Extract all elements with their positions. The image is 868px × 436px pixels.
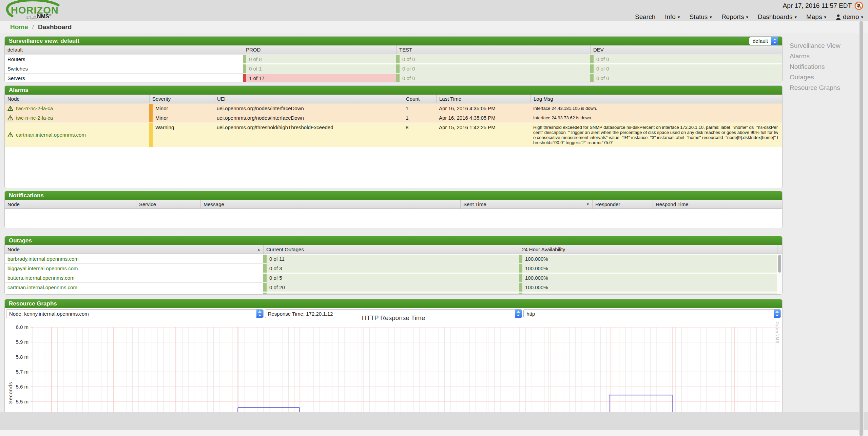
svg-text:5.9 m: 5.9 m [16,339,28,345]
logo-subtitle: openNMS® [26,14,51,20]
outages-column-header[interactable]: Node ▲ [5,245,263,254]
sidebar-link[interactable]: Surveillance View [790,42,857,49]
alarms-column-header[interactable]: Log Msg [531,95,782,103]
surveillance-cell-dev[interactable]: 0 of 0 [590,64,782,73]
outage-availability-cell: 100.000% [519,293,777,295]
nav-item[interactable]: Dashboards ▾ [758,13,797,21]
page-scrollbar-thumb[interactable] [860,21,863,436]
caret-down-icon: ▾ [824,15,826,19]
outage-current-cell: 0 of 3 [263,264,519,273]
sidebar-link[interactable]: Notifications [790,63,857,71]
notifications-column-header[interactable]: Sent Time ▼ [460,200,592,209]
sidebar-link[interactable]: Outages [790,74,857,81]
surveillance-column-header[interactable]: default [5,45,243,54]
warning-triangle-icon [7,115,13,120]
surveillance-column-header[interactable]: TEST [396,45,590,54]
alarms-column-header[interactable]: Count [403,95,436,103]
nav-item[interactable]: demo ▾ [836,13,863,21]
alarm-last-time: Apr 15, 2016 1:42:25 PM [436,123,531,147]
surveillance-cell-test[interactable]: 0 of 0 [396,55,590,63]
nav-item[interactable]: Reports ▾ [721,13,748,21]
surveillance-cell-test[interactable]: 0 of 0 [396,64,590,73]
outages-table-header: Node ▲ Current Outages 24 Hour Availabil… [5,245,782,254]
outage-node-link[interactable]: butters.internal.opennms.com [7,275,75,281]
user-icon [836,14,841,20]
notices-off-icon[interactable] [854,1,863,10]
chart-y-axis-label: Seconds [7,382,13,404]
surveillance-view-select[interactable]: default [749,37,778,45]
alarms-column-header[interactable]: UEI [214,95,403,103]
surveillance-column-header[interactable]: PROD [243,45,396,54]
surveillance-column-header[interactable]: DEV [590,45,782,54]
outage-node-link[interactable]: cartman.internal.opennms.com [7,284,77,290]
alarms-panel: Alarms Node Severity UEI Count Last Time… [4,85,783,188]
notifications-column-header[interactable]: Respond Time [653,200,782,209]
notifications-column-header[interactable]: Service [136,200,200,209]
opennms-horizon-logo[interactable]: HORIZON openNMS® [6,1,71,20]
sidebar-link[interactable]: Alarms [790,53,857,60]
svg-text:5.8 m: 5.8 m [16,354,28,360]
alarms-column-header[interactable]: Node [5,95,149,103]
outage-availability-cell: 100.000% [519,283,777,292]
outage-availability-cell: 100.000% [519,255,777,263]
surveillance-cell-dev[interactable]: 0 of 0 [590,55,782,63]
alarm-row[interactable]: twc-rr-nc-2-la-ca Minor uei.opennms.org/… [5,113,782,122]
breadcrumb: Home / Dashboard [0,21,868,33]
alarm-node-link[interactable]: twc-rr-nc-2-la-ca [16,115,53,121]
alarm-node-link[interactable]: cartman.internal.opennms.com [16,132,86,138]
surveillance-cell-dev[interactable]: 0 of 0 [590,74,782,82]
nav-item[interactable]: Maps ▾ [806,13,826,21]
nav-item-label: Search [635,13,655,21]
page-scrollbar[interactable] [859,21,864,436]
svg-text:5.6 m: 5.6 m [16,384,28,390]
outages-column-header[interactable]: Current Outages [263,245,519,254]
notifications-column-header[interactable]: Responder [592,200,653,209]
alarms-column-header[interactable]: Severity [149,95,214,103]
surveillance-cell-prod[interactable]: 0 of 8 [243,55,396,63]
surveillance-cell-test[interactable]: 0 of 0 [396,74,590,82]
alarms-column-header[interactable]: Last Time [436,95,531,103]
surveillance-cell-prod[interactable]: 1 of 17 [243,74,396,82]
alarm-row[interactable]: twc-rr-nc-2-la-ca Minor uei.opennms.org/… [5,103,782,113]
chart-title: HTTP Response Time [5,314,782,322]
alarms-panel-title: Alarms [9,86,28,95]
alarm-count: 1 [403,104,436,113]
breadcrumb-separator: / [32,23,34,31]
alarm-count: 1 [403,113,436,122]
outage-row: biggayal.internal.opennms.com 0 of 3 100… [5,263,782,273]
sort-desc-icon: ▼ [586,202,590,206]
outages-scrollbar[interactable] [777,254,782,294]
surveillance-cell-prod[interactable]: 0 of 1 [243,64,396,73]
outage-current-cell: 0 of 11 [263,255,519,263]
nav-item-label: Maps [806,13,822,21]
page-footer: OpenNMS Copyright © 2002-2016 The OpenNM… [0,412,868,430]
outage-node-link[interactable]: barbrady.internal.opennms.com [7,256,79,262]
nav-item-label: demo [843,13,859,21]
breadcrumb-home-link[interactable]: Home [10,23,28,31]
notifications-panel-header: Notifications [5,191,782,200]
alarm-node-link[interactable]: twc-rr-nc-2-la-ca [16,105,53,111]
outages-column-header[interactable]: 24 Hour Availability [519,245,777,254]
caret-down-icon: ▾ [794,15,797,19]
notifications-empty-body [5,209,782,228]
alarm-severity: Warning [149,123,214,147]
alarm-uei: uei.opennms.org/nodes/interfaceDown [214,113,403,122]
surveillance-panel-header: Surveillance view: default default [5,37,782,45]
nav-item[interactable]: Status ▾ [689,13,712,21]
outages-scrollbar-thumb[interactable] [778,255,781,273]
alarm-severity: Minor [149,104,214,113]
http-response-time-chart: HTTP Response Time Seconds OpenNMS 6.0 m… [5,319,782,414]
outage-node-link[interactable]: connect.opennms.com [7,294,59,295]
notifications-column-header[interactable]: Node [5,200,136,209]
alarm-row[interactable]: cartman.internal.opennms.com Warning uei… [5,122,782,147]
alarms-panel-header: Alarms [5,86,782,95]
notifications-column-header[interactable]: Message [200,200,460,209]
outage-availability-cell: 100.000% [519,264,777,273]
nav-item[interactable]: Search [635,13,655,21]
outages-column-header[interactable] [777,245,783,254]
outage-node-link[interactable]: biggayal.internal.opennms.com [7,265,78,271]
sidebar-link[interactable]: Resource Graphs [790,84,857,92]
outages-panel-header: Outages [5,236,782,245]
caret-down-icon: ▾ [678,15,680,19]
nav-item[interactable]: Info ▾ [665,13,680,21]
